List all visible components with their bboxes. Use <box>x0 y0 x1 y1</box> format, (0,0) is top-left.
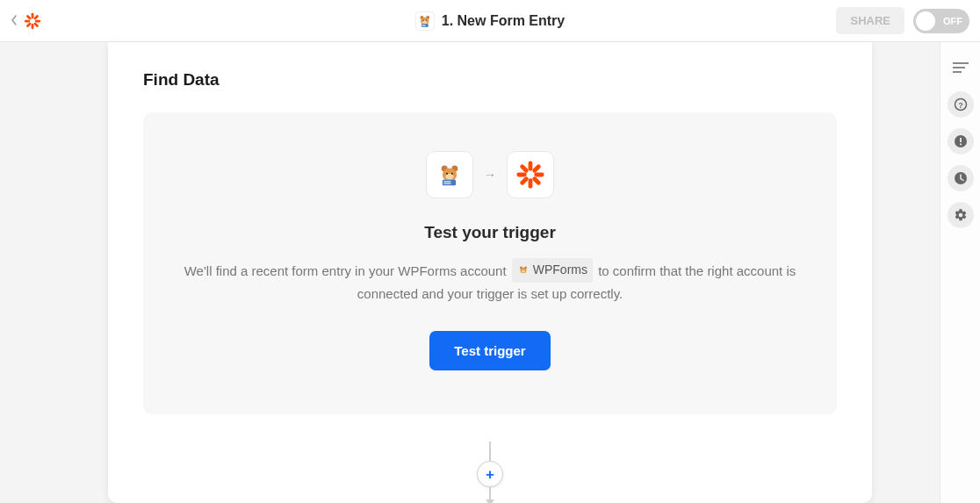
svg-text:?: ? <box>958 101 963 110</box>
desc-part1: We'll find a recent form entry in your W… <box>184 263 510 278</box>
account-chip-label: WPForms <box>533 260 587 281</box>
plus-icon: + <box>486 467 494 482</box>
toggle-knob <box>916 11 935 31</box>
svg-rect-33 <box>531 176 541 185</box>
svg-rect-32 <box>519 163 529 173</box>
svg-rect-40 <box>953 71 962 73</box>
step-connector: + <box>477 442 503 503</box>
share-button[interactable]: SHARE <box>836 7 904 34</box>
zapier-logo-icon[interactable] <box>23 11 42 31</box>
svg-rect-45 <box>960 144 962 146</box>
test-trigger-panel: → <box>143 112 837 414</box>
svg-rect-24 <box>443 181 450 182</box>
source-app-icon <box>426 151 473 198</box>
connector-line <box>489 487 491 499</box>
svg-rect-3 <box>35 19 40 22</box>
arrow-right-icon: → <box>484 168 496 182</box>
step-app-icon <box>415 11 435 31</box>
svg-point-11 <box>422 20 427 24</box>
svg-point-13 <box>426 19 427 20</box>
svg-rect-31 <box>519 176 529 185</box>
svg-rect-39 <box>953 67 965 68</box>
settings-icon[interactable] <box>948 202 974 228</box>
step-card: Find Data → <box>108 42 872 503</box>
svg-rect-15 <box>422 25 425 25</box>
svg-rect-7 <box>33 21 39 26</box>
svg-rect-44 <box>960 138 962 142</box>
header-right: SHARE OFF <box>836 7 969 34</box>
svg-rect-16 <box>422 25 425 26</box>
publish-toggle[interactable]: OFF <box>913 9 969 33</box>
account-chip-icon <box>517 264 530 277</box>
connector-line <box>489 442 491 461</box>
header-left <box>11 11 42 31</box>
icon-flow: → <box>169 151 811 198</box>
toggle-label: OFF <box>943 16 962 26</box>
app-header: 1. New Form Entry SHARE OFF <box>0 0 980 42</box>
help-icon[interactable]: ? <box>948 91 974 118</box>
target-app-icon <box>507 151 554 198</box>
section-title: Find Data <box>143 70 837 90</box>
test-trigger-button[interactable]: Test trigger <box>429 331 550 370</box>
add-step-button[interactable]: + <box>477 461 503 487</box>
svg-rect-29 <box>534 173 544 177</box>
svg-rect-27 <box>529 178 533 188</box>
svg-point-12 <box>422 19 423 20</box>
svg-rect-4 <box>33 14 39 19</box>
arrow-down-icon <box>486 499 494 503</box>
panel-heading: Test your trigger <box>169 223 811 242</box>
panel-description: We'll find a recent form entry in your W… <box>169 258 811 305</box>
step-title: 1. New Form Entry <box>442 13 565 29</box>
back-chevron-icon[interactable] <box>11 14 18 28</box>
svg-rect-5 <box>26 21 32 26</box>
outline-icon[interactable] <box>948 54 974 81</box>
right-sidebar: ? <box>940 42 980 503</box>
account-chip[interactable]: WPForms <box>512 258 593 283</box>
svg-rect-30 <box>531 163 541 173</box>
svg-rect-28 <box>516 173 526 177</box>
svg-rect-26 <box>529 161 533 170</box>
svg-point-22 <box>451 173 453 175</box>
history-icon[interactable] <box>948 165 974 191</box>
workspace: Find Data → <box>0 42 980 503</box>
svg-rect-6 <box>26 14 32 19</box>
svg-point-20 <box>445 174 453 180</box>
svg-rect-2 <box>25 19 30 22</box>
svg-rect-23 <box>443 180 456 185</box>
alert-icon[interactable] <box>948 128 974 154</box>
svg-point-21 <box>446 173 448 175</box>
svg-point-37 <box>522 269 525 272</box>
svg-rect-14 <box>422 24 429 26</box>
header-center: 1. New Form Entry <box>415 11 565 31</box>
svg-rect-0 <box>32 12 34 18</box>
svg-rect-25 <box>443 183 450 184</box>
svg-rect-1 <box>32 23 34 28</box>
svg-rect-38 <box>953 62 969 64</box>
